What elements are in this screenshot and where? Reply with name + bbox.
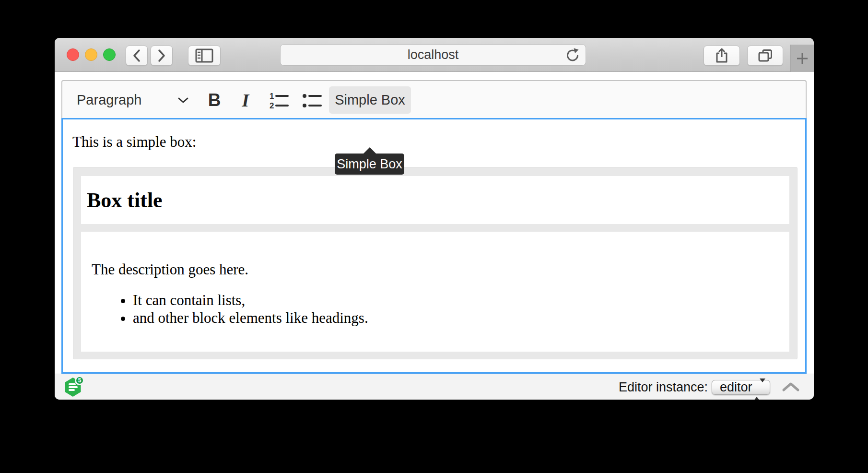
simple-box-widget[interactable]: Box title The description goes here. It … xyxy=(73,167,798,359)
tooltip-text: Simple Box xyxy=(337,157,402,172)
close-window-button[interactable] xyxy=(67,48,79,61)
address-bar[interactable]: localhost xyxy=(280,44,586,66)
selected-instance: editor xyxy=(720,380,752,395)
back-button[interactable] xyxy=(126,46,148,66)
status-right-cluster: Editor instance: editor xyxy=(619,374,800,400)
italic-button[interactable]: I xyxy=(235,81,256,119)
intro-paragraph[interactable]: This is a simple box: xyxy=(72,134,196,150)
svg-text:1: 1 xyxy=(270,92,274,101)
editor-instance-select[interactable]: editor xyxy=(712,380,770,395)
select-arrows-icon xyxy=(754,382,765,397)
chevron-down-icon xyxy=(177,97,189,104)
minimize-window-button[interactable] xyxy=(85,48,97,61)
share-button[interactable] xyxy=(704,46,740,66)
editor-editable-area[interactable]: This is a simple box: Box title The desc… xyxy=(61,118,807,374)
inspector-status-bar: 5 Editor instance: editor xyxy=(55,374,814,400)
browser-toolbar: localhost xyxy=(55,38,814,72)
tabs-icon xyxy=(758,48,773,63)
italic-icon: I xyxy=(242,90,249,111)
logo-line xyxy=(69,389,75,391)
chevron-right-icon xyxy=(157,49,166,62)
list-item[interactable]: It can contain lists, xyxy=(133,291,789,309)
logo-line xyxy=(69,383,76,385)
numbered-list-button[interactable]: 1 2 xyxy=(268,81,290,119)
bulleted-list-icon xyxy=(301,91,323,110)
ckeditor-logo-icon[interactable]: 5 xyxy=(64,377,83,397)
forward-button[interactable] xyxy=(151,46,173,66)
screenshot-stage: localhost xyxy=(0,0,868,473)
simple-box-title-area[interactable]: Box title xyxy=(81,176,789,224)
share-icon xyxy=(714,48,729,63)
badge-count: 5 xyxy=(78,377,82,384)
web-page: Paragraph B I 1 2 xyxy=(55,72,814,374)
chevron-left-icon xyxy=(132,49,141,62)
heading-dropdown-arrow[interactable] xyxy=(176,81,190,119)
tooltip-arrow xyxy=(364,147,376,154)
bulleted-list-button[interactable] xyxy=(301,81,323,119)
collapse-panel-button[interactable] xyxy=(782,382,800,392)
numbered-list-icon: 1 2 xyxy=(268,91,290,110)
editor-toolbar: Paragraph B I 1 2 xyxy=(61,80,807,118)
sidebar-toggle-button[interactable] xyxy=(188,46,221,66)
chevron-up-icon xyxy=(782,382,800,392)
browser-window: localhost xyxy=(55,38,814,400)
heading-dropdown[interactable]: Paragraph xyxy=(77,81,141,119)
simple-box-description-area[interactable]: The description goes here. It can contai… xyxy=(81,232,789,352)
bold-icon: B xyxy=(208,90,221,110)
heading-dropdown-label: Paragraph xyxy=(77,92,141,108)
bold-button[interactable]: B xyxy=(204,81,224,119)
url-text: localhost xyxy=(408,47,459,62)
simple-box-button-label: Simple Box xyxy=(335,92,405,108)
svg-text:2: 2 xyxy=(270,101,274,110)
plus-icon xyxy=(796,52,809,65)
description-list: It can contain lists, and other block el… xyxy=(81,291,789,327)
simple-box-tooltip: Simple Box xyxy=(335,154,404,175)
sidebar-icon xyxy=(195,48,213,63)
box-title-heading[interactable]: Box title xyxy=(81,188,163,213)
version-badge: 5 xyxy=(75,376,84,385)
list-item[interactable]: and other block elements like headings. xyxy=(133,309,789,327)
new-tab-button[interactable] xyxy=(790,45,814,72)
reload-icon[interactable] xyxy=(565,48,580,62)
simple-box-button[interactable]: Simple Box xyxy=(329,86,411,114)
logo-line xyxy=(69,386,78,388)
zoom-window-button[interactable] xyxy=(103,48,116,61)
editor-instance-label: Editor instance: xyxy=(619,380,708,395)
description-paragraph[interactable]: The description goes here. xyxy=(92,261,789,278)
show-all-tabs-button[interactable] xyxy=(747,46,783,66)
